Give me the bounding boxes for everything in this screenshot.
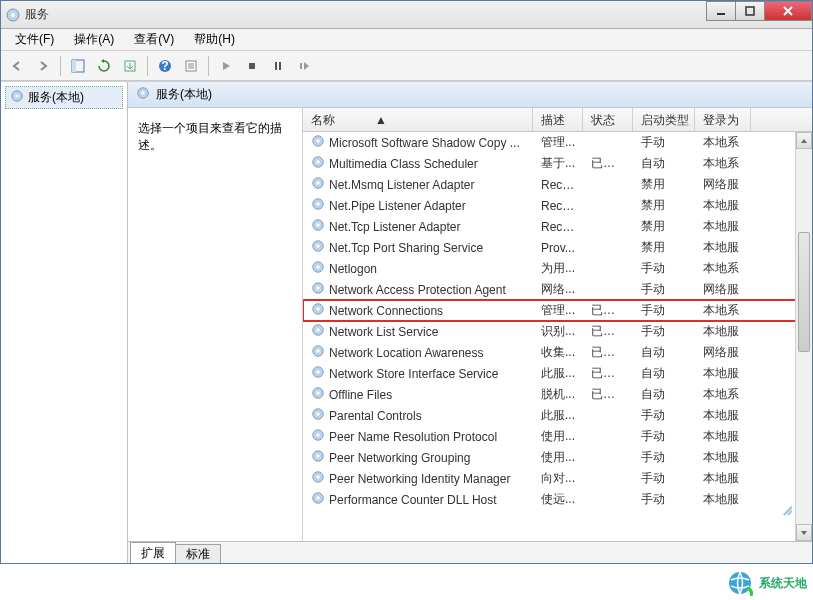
menu-help[interactable]: 帮助(H) [186, 29, 243, 50]
tree-root-item[interactable]: 服务(本地) [5, 86, 123, 109]
col-state[interactable]: 状态 [583, 108, 633, 131]
gear-icon [311, 260, 325, 277]
service-row[interactable]: Network Location Awareness收集...已启动自动网络服 [303, 342, 812, 363]
refresh-button[interactable] [92, 54, 116, 78]
toolbar: ? [1, 51, 812, 81]
forward-button[interactable] [31, 54, 55, 78]
menu-view[interactable]: 查看(V) [126, 29, 182, 50]
service-row[interactable]: Net.Msmq Listener AdapterRece...禁用网络服 [303, 174, 812, 195]
service-desc: 管理... [533, 302, 583, 319]
service-row[interactable]: Microsoft Software Shadow Copy ...管理...手… [303, 132, 812, 153]
back-button[interactable] [5, 54, 29, 78]
gear-icon [311, 365, 325, 382]
gear-icon [311, 239, 325, 256]
col-desc[interactable]: 描述 [533, 108, 583, 131]
service-startup: 禁用 [633, 176, 695, 193]
tab-extended[interactable]: 扩展 [130, 542, 176, 563]
service-row[interactable]: Peer Name Resolution Protocol使用...手动本地服 [303, 426, 812, 447]
scroll-down-button[interactable] [796, 524, 812, 541]
service-logon: 本地系 [695, 386, 751, 403]
svg-point-58 [316, 496, 320, 500]
view-detail-button[interactable] [66, 54, 90, 78]
service-logon: 网络服 [695, 344, 751, 361]
service-row[interactable]: Network Connections管理...已启动手动本地系 [303, 300, 812, 321]
tabs-bar: 扩展 标准 [128, 541, 812, 563]
maximize-button[interactable] [735, 1, 765, 21]
svg-rect-3 [746, 7, 754, 15]
service-row[interactable]: Net.Tcp Listener AdapterRece...禁用本地服 [303, 216, 812, 237]
service-row[interactable]: Offline Files脱机...已启动自动本地系 [303, 384, 812, 405]
service-startup: 自动 [633, 386, 695, 403]
minimize-button[interactable] [706, 1, 736, 21]
service-desc: Rece... [533, 220, 583, 234]
svg-point-54 [316, 454, 320, 458]
col-name[interactable]: 名称▲ [303, 108, 533, 131]
service-row[interactable]: Network List Service识别...已启动手动本地服 [303, 321, 812, 342]
service-row[interactable]: Netlogon为用...手动本地系 [303, 258, 812, 279]
service-logon: 本地系 [695, 155, 751, 172]
scroll-thumb[interactable] [798, 232, 810, 352]
titlebar[interactable]: 服务 [1, 1, 812, 29]
service-name: Parental Controls [329, 409, 422, 423]
service-logon: 本地服 [695, 428, 751, 445]
gear-icon [311, 218, 325, 235]
export-button[interactable] [118, 54, 142, 78]
service-desc: 使用... [533, 449, 583, 466]
service-name: Net.Pipe Listener Adapter [329, 199, 466, 213]
service-startup: 手动 [633, 428, 695, 445]
restart-service-button[interactable] [292, 54, 316, 78]
service-name-cell: Multimedia Class Scheduler [303, 155, 533, 172]
service-desc: 管理... [533, 134, 583, 151]
svg-point-42 [316, 328, 320, 332]
pause-service-button[interactable] [266, 54, 290, 78]
service-state: 已启动 [583, 302, 633, 319]
gear-icon [311, 449, 325, 466]
service-startup: 手动 [633, 491, 695, 508]
service-row[interactable]: Peer Networking Identity Manager向对...手动本… [303, 468, 812, 489]
gear-icon [311, 155, 325, 172]
service-name-cell: Peer Name Resolution Protocol [303, 428, 533, 445]
svg-point-28 [316, 181, 320, 185]
svg-point-22 [141, 91, 145, 95]
watermark: 系统天地 [727, 570, 807, 596]
svg-rect-16 [275, 62, 277, 70]
stop-service-button[interactable] [240, 54, 264, 78]
service-startup: 手动 [633, 470, 695, 487]
help-button[interactable]: ? [153, 54, 177, 78]
service-row[interactable]: Net.Tcp Port Sharing ServiceProv...禁用本地服 [303, 237, 812, 258]
tree-pane: 服务(本地) [1, 82, 128, 563]
close-button[interactable] [764, 1, 812, 21]
svg-point-46 [316, 370, 320, 374]
col-startup[interactable]: 启动类型 [633, 108, 695, 131]
svg-point-38 [316, 286, 320, 290]
service-name: Network Connections [329, 304, 443, 318]
service-desc: Rece... [533, 199, 583, 213]
service-desc: 使远... [533, 491, 583, 508]
menu-action[interactable]: 操作(A) [66, 29, 122, 50]
service-logon: 网络服 [695, 281, 751, 298]
tab-standard[interactable]: 标准 [175, 544, 221, 563]
service-name-cell: Microsoft Software Shadow Copy ... [303, 134, 533, 151]
service-row[interactable]: Multimedia Class Scheduler基于...已启动自动本地系 [303, 153, 812, 174]
service-desc: Prov... [533, 241, 583, 255]
service-row[interactable]: Network Access Protection Agent网络...手动网络… [303, 279, 812, 300]
scroll-up-button[interactable] [796, 132, 812, 149]
svg-point-1 [11, 13, 15, 17]
service-name: Net.Msmq Listener Adapter [329, 178, 474, 192]
start-service-button[interactable] [214, 54, 238, 78]
gear-icon [311, 302, 325, 319]
service-row[interactable]: Peer Networking Grouping使用...手动本地服 [303, 447, 812, 468]
service-startup: 自动 [633, 155, 695, 172]
vertical-scrollbar[interactable] [795, 132, 812, 541]
properties-button[interactable] [179, 54, 203, 78]
menu-file[interactable]: 文件(F) [7, 29, 62, 50]
service-name-cell: Network Location Awareness [303, 344, 533, 361]
menubar: 文件(F) 操作(A) 查看(V) 帮助(H) [1, 29, 812, 51]
col-logon[interactable]: 登录为 [695, 108, 751, 131]
service-row[interactable]: Performance Counter DLL Host使远...手动本地服 [303, 489, 812, 510]
service-row[interactable]: Parental Controls此服...手动本地服 [303, 405, 812, 426]
service-row[interactable]: Net.Pipe Listener AdapterRece...禁用本地服 [303, 195, 812, 216]
service-row[interactable]: Network Store Interface Service此服...已启动自… [303, 363, 812, 384]
service-startup: 手动 [633, 134, 695, 151]
service-name: Network Store Interface Service [329, 367, 498, 381]
